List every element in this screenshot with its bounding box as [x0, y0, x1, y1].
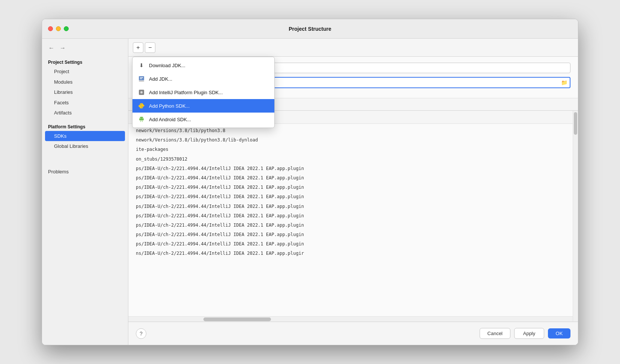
list-item[interactable]: on_stubs/1293578012: [128, 155, 573, 164]
horizontal-scrollbar[interactable]: [128, 316, 573, 322]
file-list-content[interactable]: nework/Versions/3.8/lib/python3.8 nework…: [128, 124, 573, 316]
help-button[interactable]: ?: [136, 328, 146, 339]
sidebar-item-sdks[interactable]: SDKs: [45, 131, 125, 141]
list-item[interactable]: ps/IDEA-U/ch-2/221.4994.44/IntelliJ IDEA…: [128, 230, 573, 239]
svg-point-11: [142, 118, 143, 119]
sidebar-item-global-libraries[interactable]: Global Libraries: [42, 141, 128, 152]
svg-rect-3: [140, 78, 142, 79]
content-area: + − ⬇ Download JDK...: [128, 39, 578, 345]
list-item[interactable]: ite-packages: [128, 145, 573, 154]
main-layout: ← → Project Settings Project Modules Lib…: [42, 39, 578, 345]
dropdown-item-add-intellij-sdk[interactable]: Add IntelliJ Platform Plugin SDK...: [132, 86, 274, 99]
jdk-icon: [138, 75, 145, 83]
project-settings-label: Project Settings: [42, 57, 128, 66]
list-item[interactable]: ps/IDEA-U/ch-2/221.4994.44/IntelliJ IDEA…: [128, 202, 573, 211]
minimize-button[interactable]: [56, 26, 61, 31]
platform-settings-label: Platform Settings: [42, 122, 128, 131]
list-item[interactable]: ps/IDEA-U/ch-2/221.4994.44/IntelliJ IDEA…: [128, 221, 573, 230]
svg-rect-2: [140, 77, 143, 78]
horizontal-scrollbar-thumb[interactable]: [203, 317, 271, 321]
intellij-icon: [138, 89, 145, 96]
svg-rect-8: [140, 121, 141, 122]
svg-rect-6: [139, 119, 140, 120]
file-list-inner: nework/Versions/3.8/lib/python3.8 nework…: [128, 126, 573, 259]
dropdown-item-add-jdk[interactable]: Add JDK...: [132, 72, 274, 86]
list-item[interactable]: ns/IDEA-U/ch-2/221.4994.44/IntelliJ IDEA…: [128, 249, 573, 258]
list-item[interactable]: ps/IDEA-U/ch-2/221.4994.44/IntelliJ IDEA…: [128, 192, 573, 202]
vertical-scrollbar[interactable]: [573, 111, 578, 322]
cancel-button[interactable]: Cancel: [480, 328, 510, 339]
list-item[interactable]: ps/IDEA-U/ch-2/221.4994.44/IntelliJ IDEA…: [128, 211, 573, 221]
window-controls: [48, 26, 69, 31]
list-item[interactable]: nework/Versions/3.8/lib/python3.8/lib-dy…: [128, 135, 573, 145]
window-title: Project Structure: [289, 26, 331, 32]
ok-button[interactable]: OK: [548, 328, 570, 338]
back-button[interactable]: ←: [47, 43, 56, 53]
sidebar-item-facets[interactable]: Facets: [42, 98, 128, 108]
list-item[interactable]: ps/IDEA-U/ch-2/221.4994.44/IntelliJ IDEA…: [128, 183, 573, 192]
file-list-wrapper: − nework/Versions/3.8/lib/python3.8 newo…: [128, 111, 573, 322]
sidebar-item-artifacts[interactable]: Artifacts: [42, 108, 128, 118]
maximize-button[interactable]: [64, 26, 69, 31]
forward-button[interactable]: →: [58, 43, 68, 53]
toolbar: + − ⬇ Download JDK...: [128, 39, 578, 57]
list-item[interactable]: ps/IDEA-U/ch-2/221.4994.44/IntelliJ IDEA…: [128, 164, 573, 173]
sidebar-nav: ← →: [42, 43, 128, 57]
browse-folder-button[interactable]: 📁: [559, 80, 570, 86]
svg-rect-9: [142, 121, 143, 122]
sidebar-item-libraries[interactable]: Libraries: [42, 87, 128, 98]
bottom-bar: ? Cancel Apply OK: [128, 322, 578, 345]
project-structure-window: Project Structure ← → Project Settings P…: [42, 19, 578, 345]
file-list-area: − nework/Versions/3.8/lib/python3.8 newo…: [128, 111, 578, 322]
title-bar: Project Structure: [42, 19, 578, 39]
dropdown-item-add-android-sdk[interactable]: Add Android SDK...: [132, 113, 274, 126]
svg-rect-7: [143, 119, 144, 120]
sidebar-item-modules[interactable]: Modules: [42, 77, 128, 87]
apply-button[interactable]: Apply: [514, 328, 544, 339]
download-icon: ⬇: [138, 62, 145, 69]
android-icon: [138, 116, 145, 123]
svg-point-5: [140, 91, 143, 93]
svg-rect-1: [139, 81, 144, 81]
python-icon: [138, 102, 145, 110]
sidebar: ← → Project Settings Project Modules Lib…: [42, 39, 128, 345]
sidebar-item-problems[interactable]: Problems: [42, 167, 128, 177]
sidebar-item-project[interactable]: Project: [42, 66, 128, 77]
vertical-scrollbar-thumb[interactable]: [574, 112, 577, 135]
dropdown-item-add-python-sdk[interactable]: Add Python SDK...: [132, 99, 274, 113]
add-sdk-button[interactable]: +: [133, 42, 143, 53]
dropdown-item-download-jdk[interactable]: ⬇ Download JDK...: [132, 59, 274, 72]
svg-line-12: [140, 117, 141, 117]
close-button[interactable]: [48, 26, 53, 31]
svg-line-13: [143, 117, 143, 117]
list-item[interactable]: ps/IDEA-U/ch-2/221.4994.44/IntelliJ IDEA…: [128, 173, 573, 183]
remove-sdk-button[interactable]: −: [145, 42, 155, 53]
list-item[interactable]: ps/IDEA-U/ch-2/221.4994.44/IntelliJ IDEA…: [128, 239, 573, 249]
svg-rect-0: [139, 76, 144, 80]
svg-point-10: [140, 118, 141, 119]
dropdown-menu: ⬇ Download JDK... Add JDK...: [132, 57, 275, 128]
